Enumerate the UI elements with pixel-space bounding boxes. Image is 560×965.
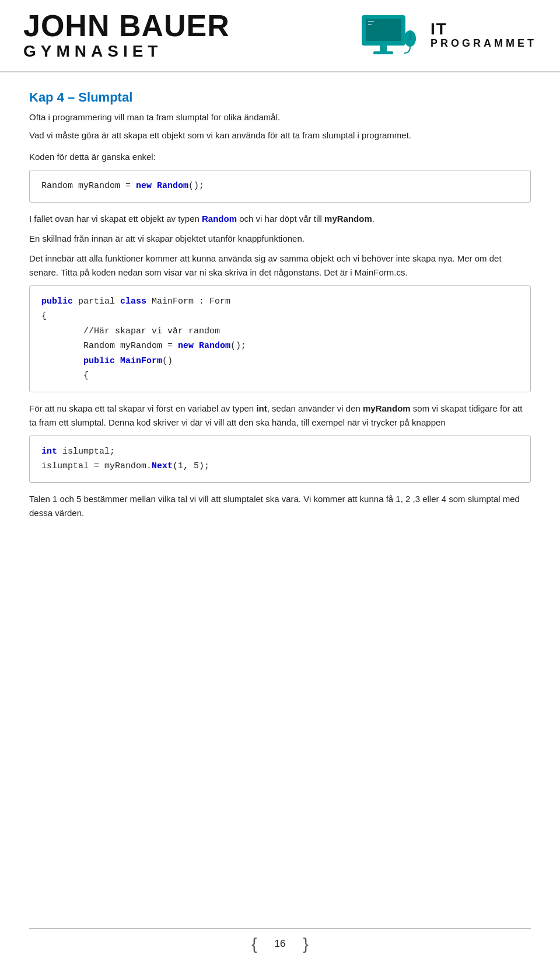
- intro2: Vad vi måste göra är att skapa ett objek…: [29, 129, 531, 142]
- it-label: IT: [430, 21, 447, 37]
- code1-random: Random myRandom =: [41, 181, 136, 191]
- code2-line2: {: [41, 309, 519, 324]
- svg-rect-4: [380, 46, 387, 51]
- code3-line2: islumptal = myRandom.Next(1, 5);: [41, 459, 519, 474]
- code1-prefix: Koden för detta är ganska enkel:: [29, 150, 531, 164]
- svg-rect-5: [373, 51, 393, 54]
- chapter-title: Kap 4 – Slumptal: [29, 90, 531, 105]
- code2-line1: public partial class MainForm : Form: [41, 294, 519, 309]
- content: Kap 4 – Slumptal Ofta i programmering vi…: [0, 90, 560, 520]
- header-right: IT PROGRAMMET: [356, 12, 537, 59]
- code2-line4: Random myRandom = new Random();: [41, 339, 519, 354]
- programmet-label: PROGRAMMET: [430, 37, 537, 50]
- logo-line1: JOHN BAUER: [23, 11, 230, 41]
- page-number: 16: [275, 938, 286, 950]
- body3: För att nu skapa ett tal skapar vi först…: [29, 402, 531, 430]
- logo-line2: GYMNASIET: [23, 42, 230, 61]
- body4: Talen 1 och 5 bestämmer mellan vilka tal…: [29, 492, 531, 520]
- code-block-2: public partial class MainForm : Form { /…: [29, 285, 531, 392]
- computer-icon: [356, 12, 420, 59]
- code-block-1: Random myRandom = new Random();: [29, 170, 531, 203]
- it-programmet: IT PROGRAMMET: [430, 21, 537, 50]
- code2-line5: public MainForm(): [41, 354, 519, 369]
- code3-line1: int islumptal;: [41, 444, 519, 459]
- body2: Det innebär att alla funktioner kommer a…: [29, 252, 531, 280]
- code1-new: new: [136, 181, 152, 191]
- brace-right: }: [303, 935, 308, 953]
- code2-line3: //Här skapar vi vår random: [41, 324, 519, 339]
- intro1: Ofta i programmering vill man ta fram sl…: [29, 111, 531, 124]
- header-logo: JOHN BAUER GYMNASIET: [23, 11, 230, 61]
- code-block-3: int islumptal; islumptal = myRandom.Next…: [29, 436, 531, 483]
- footer: { 16 }: [29, 928, 531, 953]
- code1-note: I fallet ovan har vi skapat ett objekt a…: [29, 212, 531, 226]
- code1-random2: Random();: [152, 181, 204, 191]
- body1: En skillnad från innan är att vi skapar …: [29, 232, 531, 246]
- code2-line6: {: [41, 368, 519, 384]
- header: JOHN BAUER GYMNASIET: [0, 0, 560, 72]
- page: JOHN BAUER GYMNASIET: [0, 0, 560, 965]
- brace-left: {: [251, 935, 257, 953]
